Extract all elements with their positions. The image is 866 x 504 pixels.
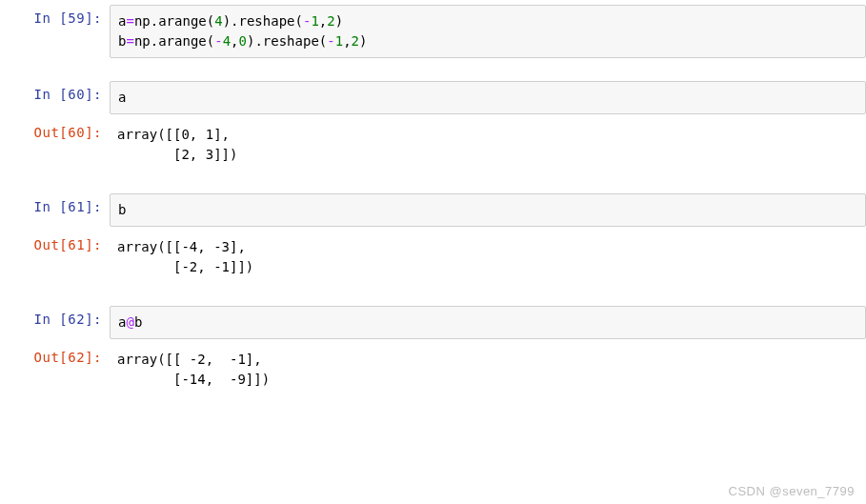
operator: = [126, 13, 133, 29]
punct: . [231, 13, 238, 29]
identifier: b [118, 202, 126, 217]
identifier: np [134, 33, 151, 49]
number: 1 [311, 13, 318, 29]
out-prompt-62: Out[62]: [0, 344, 110, 371]
out-prompt-60: Out[60]: [0, 119, 110, 146]
cell-60-output: Out[60]: array([[0, 1], [2, 3]]) [0, 119, 866, 171]
code-line: a [118, 88, 857, 108]
punct: ( [207, 13, 214, 29]
code-line: a@b [118, 312, 857, 333]
identifier: reshape [239, 13, 295, 29]
code-input-59[interactable]: a=np.arange(4).reshape(-1,2) b=np.arange… [110, 5, 866, 58]
code-input-61[interactable]: b [110, 193, 866, 227]
number: 4 [223, 33, 231, 49]
number: 2 [327, 13, 334, 29]
code-line: b [118, 200, 857, 220]
punct: , [343, 33, 351, 49]
output-text-61: array([[-4, -3], [-2, -1]]) [110, 232, 866, 283]
cell-60-input: In [60]: a [0, 81, 866, 114]
number: 2 [352, 33, 359, 49]
punct: ( [207, 33, 214, 49]
code-input-62[interactable]: a@b [110, 306, 866, 339]
punct: ) [359, 33, 367, 49]
in-prompt-59: In [59]: [0, 5, 110, 31]
identifier: arange [158, 13, 207, 29]
in-prompt-61: In [61]: [0, 193, 110, 220]
identifier: reshape [263, 33, 319, 49]
in-prompt-60: In [60]: [0, 81, 110, 108]
output-text-62: array([[ -2, -1], [-14, -9]]) [110, 344, 866, 395]
punct: , [231, 33, 238, 49]
punct: . [254, 33, 262, 49]
punct: , [319, 13, 327, 29]
punct: ( [319, 33, 327, 49]
punct: ) [335, 13, 343, 29]
cell-62-output: Out[62]: array([[ -2, -1], [-14, -9]]) [0, 344, 866, 395]
number: 4 [214, 13, 222, 29]
code-input-60[interactable]: a [110, 81, 866, 114]
number: 1 [335, 33, 343, 49]
identifier: b [134, 314, 142, 330]
in-prompt-62: In [62]: [0, 306, 110, 333]
number: 0 [239, 33, 247, 49]
punct: . [151, 13, 158, 29]
code-line: a=np.arange(4).reshape(-1,2) [118, 11, 857, 31]
cell-62-input: In [62]: a@b [0, 306, 866, 339]
identifier: a [118, 90, 126, 105]
cell-59-input: In [59]: a=np.arange(4).reshape(-1,2) b=… [0, 5, 866, 58]
code-line: b=np.arange(-4,0).reshape(-1,2) [118, 31, 857, 51]
cell-61-input: In [61]: b [0, 193, 866, 227]
output-text-60: array([[0, 1], [2, 3]]) [110, 119, 866, 171]
out-prompt-61: Out[61]: [0, 232, 110, 258]
operator: @ [126, 314, 133, 330]
identifier: arange [158, 33, 207, 49]
operator: - [214, 33, 222, 49]
punct: ) [223, 13, 231, 29]
operator: = [126, 33, 133, 49]
cell-61-output: Out[61]: array([[-4, -3], [-2, -1]]) [0, 232, 866, 283]
punct: ( [295, 13, 303, 29]
operator: - [327, 33, 334, 49]
punct: . [151, 33, 158, 49]
identifier: np [134, 13, 151, 29]
